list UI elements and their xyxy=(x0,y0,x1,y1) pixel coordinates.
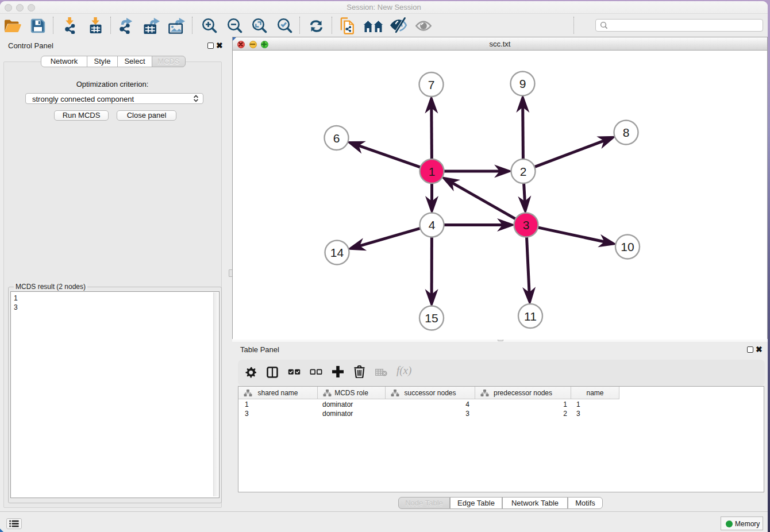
svg-text:7: 7 xyxy=(428,78,435,91)
svg-text:2: 2 xyxy=(520,165,527,178)
svg-text:3: 3 xyxy=(523,218,530,232)
svg-text:6: 6 xyxy=(333,132,340,145)
svg-text:4: 4 xyxy=(429,218,436,232)
svg-text:15: 15 xyxy=(425,311,438,325)
svg-text:8: 8 xyxy=(623,126,630,139)
svg-text:9: 9 xyxy=(519,77,526,90)
svg-text:14: 14 xyxy=(330,246,344,259)
svg-text:1: 1 xyxy=(429,165,436,178)
svg-text:11: 11 xyxy=(524,310,537,323)
svg-text:10: 10 xyxy=(621,240,634,253)
